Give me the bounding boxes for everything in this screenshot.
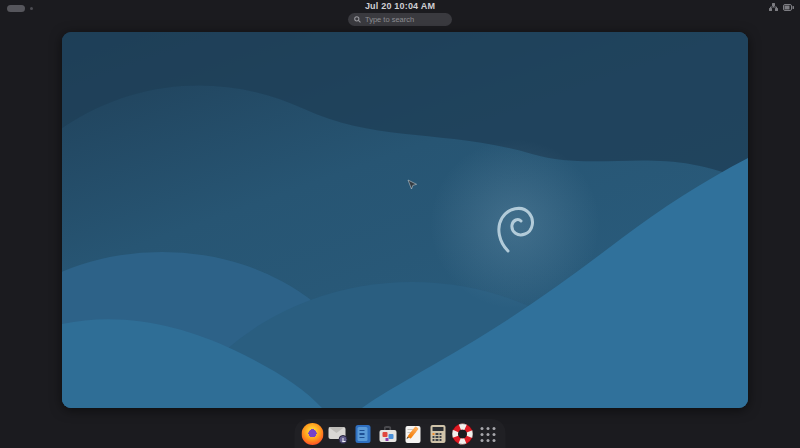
search-input[interactable] xyxy=(365,15,446,24)
help-lifebuoy-icon xyxy=(452,423,474,445)
app-grid-icon xyxy=(480,427,495,442)
clock-menu-button[interactable]: Jul 20 10:04 AM xyxy=(0,1,800,11)
system-status-area[interactable] xyxy=(769,3,794,11)
firefox-app-button[interactable] xyxy=(302,423,324,445)
firefox-icon xyxy=(302,423,324,445)
search-bar[interactable] xyxy=(348,13,452,26)
debian-wallpaper xyxy=(62,32,748,408)
mail-app-button[interactable] xyxy=(327,423,349,445)
battery-icon xyxy=(783,4,794,11)
help-app-button[interactable] xyxy=(452,423,474,445)
clock-badge-icon xyxy=(339,435,348,444)
calculator-app-button[interactable] xyxy=(427,423,449,445)
window-preview-desktop[interactable] xyxy=(62,32,748,408)
network-icon xyxy=(769,3,778,11)
dash-dock xyxy=(295,419,506,448)
show-apps-button[interactable] xyxy=(477,423,499,445)
search-icon xyxy=(354,16,361,23)
toolbox-app-button[interactable] xyxy=(377,423,399,445)
document-app-button[interactable] xyxy=(352,423,374,445)
text-editor-app-button[interactable] xyxy=(402,423,424,445)
